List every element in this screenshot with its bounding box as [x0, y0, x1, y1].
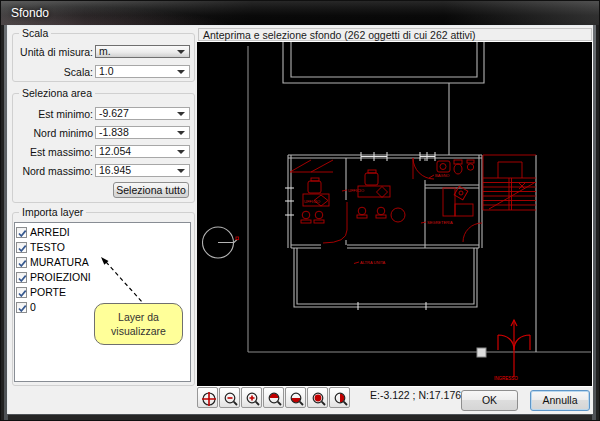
checkbox-0[interactable]: [16, 302, 27, 313]
layer-label: TESTO: [30, 241, 65, 254]
scale-label: Scala:: [11, 66, 93, 79]
layer-row-proiezioni[interactable]: PROIEZIONI: [15, 270, 190, 285]
layer-row-muratura[interactable]: MURATURA: [15, 255, 190, 270]
unit-label: Unità di misura:: [11, 46, 93, 59]
cancel-button[interactable]: Annulla: [530, 390, 590, 411]
layer-row-testo[interactable]: TESTO: [15, 240, 190, 255]
dialog-content: Scala Unità di misura: m. Scala: 1.0 Sel…: [7, 25, 593, 414]
layer-row-arredi[interactable]: ARREDI: [15, 225, 190, 240]
plan-label-ufficio2: UFFICIO: [348, 188, 364, 193]
checkbox-testo[interactable]: [16, 242, 27, 253]
zoom-dynamic-button[interactable]: [307, 387, 328, 408]
est-min-combobox[interactable]: -9.627: [95, 107, 190, 120]
ok-button[interactable]: OK: [461, 390, 518, 411]
chevron-down-icon: [177, 131, 185, 135]
layer-group-label: Importa layer: [19, 206, 86, 219]
checkbox-porte[interactable]: [16, 287, 27, 298]
zoom-window-button[interactable]: [263, 387, 284, 408]
est-min-label: Est minimo:: [11, 108, 93, 121]
est-max-combobox[interactable]: 12.054: [95, 145, 190, 158]
plan-label-bagno: BAGNO: [435, 173, 449, 178]
chevron-down-icon: [177, 169, 185, 173]
layer-list: ARREDI TESTO MURATURA PROIEZIONI PORTE 0: [14, 222, 191, 382]
plan-label-ufficio1: UFFICIO: [304, 199, 320, 204]
coordinates-readout: E:-3.122 ; N:17.176: [370, 389, 461, 401]
checkbox-muratura[interactable]: [16, 257, 27, 268]
zoom-scale-button[interactable]: [329, 387, 350, 408]
chevron-down-icon: [177, 70, 185, 74]
unit-combobox[interactable]: m.: [95, 45, 190, 58]
preview-canvas[interactable]: BAGNO UFFICIO UFFICIO: [197, 41, 593, 387]
scale-value: 1.0: [99, 65, 114, 77]
chevron-down-icon: [177, 112, 185, 116]
est-min-value: -9.627: [99, 107, 129, 119]
layer-row-porte[interactable]: PORTE: [15, 285, 190, 300]
unit-value: m.: [99, 45, 111, 57]
chevron-down-icon: [177, 150, 185, 154]
layer-label: PROIEZIONI: [30, 271, 91, 284]
layer-label: PORTE: [30, 286, 66, 299]
zoom-toolbar: [197, 387, 350, 408]
preview-header-text: Anteprima e selezione sfondo (262 oggett…: [203, 29, 476, 41]
area-group-label: Seleziona area: [19, 87, 95, 100]
preview-header: Anteprima e selezione sfondo (262 oggett…: [198, 28, 592, 41]
zoom-previous-button[interactable]: [285, 387, 306, 408]
zoom-out-button[interactable]: [219, 387, 240, 408]
nord-min-value: -1.838: [99, 126, 129, 138]
chevron-down-icon: [177, 50, 185, 54]
est-max-value: 12.054: [99, 145, 131, 157]
nord-max-value: 16.945: [99, 164, 131, 176]
scala-group-label: Scala: [19, 27, 51, 40]
est-max-label: Est massimo:: [11, 146, 93, 159]
zoom-extents-button[interactable]: [197, 387, 218, 408]
dialog-window: Sfondo Scala Unità di misura: m. Scala: …: [0, 0, 600, 421]
scale-combobox[interactable]: 1.0: [95, 65, 190, 78]
title-bar[interactable]: Sfondo: [1, 1, 599, 25]
callout-line2: visualizzare: [95, 324, 182, 338]
layer-label: 0: [30, 301, 36, 314]
layer-label: MURATURA: [30, 256, 89, 269]
checkbox-arredi[interactable]: [16, 227, 27, 238]
callout-line1: Layer da: [95, 310, 182, 324]
nord-max-combobox[interactable]: 16.945: [95, 164, 190, 177]
callout-tooltip: Layer da visualizzare: [94, 303, 183, 345]
layer-label: ARREDI: [30, 226, 70, 239]
plan-label-ingresso: INGRESSO: [494, 376, 518, 381]
nord-max-label: Nord massimo:: [11, 165, 93, 178]
plan-label-altra-unita: ALTRA UNITA: [360, 260, 386, 265]
window-title: Sfondo: [11, 6, 49, 20]
select-all-button[interactable]: Seleziona tutto: [113, 182, 189, 198]
zoom-in-button[interactable]: [241, 387, 262, 408]
nord-min-combobox[interactable]: -1.838: [95, 126, 190, 139]
plan-label-segreteria: SEGRETERIA: [427, 220, 453, 225]
nord-min-label: Nord minimo: [11, 127, 93, 140]
checkbox-proiezioni[interactable]: [16, 272, 27, 283]
